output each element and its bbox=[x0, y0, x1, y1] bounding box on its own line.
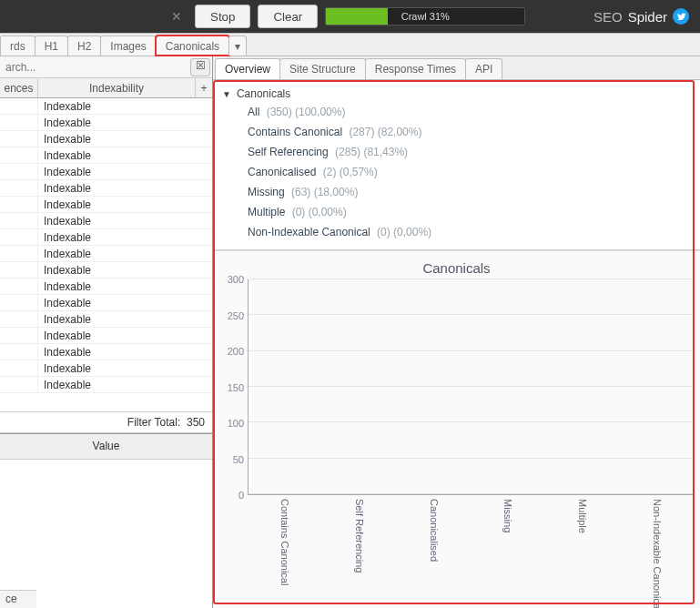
table-row[interactable]: Indexable bbox=[0, 164, 212, 180]
tab-h1[interactable]: H1 bbox=[35, 35, 68, 56]
filter-total-label: Filter Total: bbox=[127, 416, 180, 429]
right-pane: Overview Site Structure Response Times A… bbox=[213, 56, 700, 608]
overview-content: ▼ Canonicals All (350) (100,00%)Contains… bbox=[213, 80, 700, 608]
tree-item-count: (0) (0,00%) bbox=[289, 206, 346, 218]
table-row[interactable]: Indexable bbox=[0, 229, 212, 246]
cell-indexability: Indexable bbox=[38, 131, 212, 147]
col-add-icon[interactable]: + bbox=[196, 78, 212, 97]
col-header-indexability[interactable]: Indexability bbox=[38, 78, 196, 97]
tab-overview[interactable]: Overview bbox=[215, 58, 280, 79]
search-row: ☒ bbox=[0, 56, 212, 78]
y-tick: 250 bbox=[228, 310, 244, 321]
table-row[interactable]: Indexable bbox=[0, 295, 212, 311]
cell-indexability: Indexable bbox=[38, 180, 212, 196]
y-tick: 300 bbox=[228, 274, 244, 285]
search-input[interactable] bbox=[0, 59, 190, 76]
tree-item-count: (350) (100,00%) bbox=[263, 106, 345, 118]
tree-item-name: Non-Indexable Canonical bbox=[248, 226, 370, 238]
tab-overflow-dropdown[interactable]: ▾ bbox=[228, 35, 247, 56]
tab-h2[interactable]: H2 bbox=[67, 35, 101, 56]
x-label: Self Referencing bbox=[322, 497, 397, 606]
y-tick: 50 bbox=[233, 454, 244, 465]
cell-indexability: Indexable bbox=[38, 246, 212, 261]
table-row[interactable]: Indexable bbox=[0, 377, 212, 393]
app-root: ✕ Stop Clear Crawl 31% SEO Spider rds H1… bbox=[0, 0, 700, 608]
tree-item-name: Self Referencing bbox=[248, 146, 329, 158]
tab-site-structure[interactable]: Site Structure bbox=[279, 58, 366, 79]
table-row[interactable]: Indexable bbox=[0, 246, 212, 262]
chart-area: 050100150200250300 bbox=[218, 279, 695, 495]
tab-api[interactable]: API bbox=[465, 58, 502, 79]
x-label: Canonicalised bbox=[397, 497, 472, 606]
canonicals-tree: ▼ Canonicals All (350) (100,00%)Contains… bbox=[213, 80, 700, 250]
left-tabbar: rds H1 H2 Images Canonicals ▾ bbox=[0, 33, 700, 56]
value-section-header: Value bbox=[0, 434, 212, 460]
stop-button[interactable]: Stop bbox=[195, 5, 250, 28]
cell-indexability: Indexable bbox=[38, 229, 212, 245]
topbar: ✕ Stop Clear Crawl 31% SEO Spider bbox=[0, 0, 700, 33]
x-label: Non-Indexable Canonical bbox=[620, 497, 695, 606]
cell-indexability: Indexable bbox=[38, 147, 212, 163]
canonicals-chart: Canonicals 050100150200250300 Contains C… bbox=[213, 250, 700, 608]
cell-indexability: Indexable bbox=[38, 115, 212, 130]
close-slot: ✕ bbox=[5, 9, 188, 24]
bottom-tab-ce[interactable]: ce bbox=[0, 590, 36, 608]
tree-item-count: (285) (81,43%) bbox=[332, 146, 408, 158]
cell-indexability: Indexable bbox=[38, 262, 212, 278]
tree-item[interactable]: Canonicalised (2) (0,57%) bbox=[217, 162, 696, 182]
tree-header[interactable]: ▼ Canonicals bbox=[217, 86, 696, 102]
right-tabbar: Overview Site Structure Response Times A… bbox=[213, 56, 700, 80]
tree-item-name: Missing bbox=[248, 186, 285, 198]
table-row[interactable]: Indexable bbox=[0, 147, 212, 164]
chart-plot bbox=[248, 279, 695, 495]
table-row[interactable]: Indexable bbox=[0, 328, 212, 344]
clear-button[interactable]: Clear bbox=[258, 5, 318, 28]
cell-indexability: Indexable bbox=[38, 328, 212, 343]
tab-images[interactable]: Images bbox=[100, 35, 156, 56]
tab-rds[interactable]: rds bbox=[0, 35, 36, 56]
chart-bars bbox=[249, 279, 695, 494]
table-row[interactable]: Indexable bbox=[0, 311, 212, 328]
chart-title: Canonicals bbox=[218, 260, 695, 276]
search-clear-icon[interactable]: ☒ bbox=[190, 58, 210, 76]
tree-item-name: Contains Canonical bbox=[248, 126, 342, 138]
brand-text-a: SEO bbox=[593, 9, 623, 25]
cell-indexability: Indexable bbox=[38, 98, 212, 114]
cell-indexability: Indexable bbox=[38, 164, 212, 179]
collapse-icon[interactable]: ▼ bbox=[222, 89, 231, 99]
tab-canonicals[interactable]: Canonicals bbox=[156, 35, 229, 56]
tree-item-count: (2) (0,57%) bbox=[320, 166, 377, 178]
grid-body: IndexableIndexableIndexableIndexableInde… bbox=[0, 98, 212, 393]
twitter-icon[interactable] bbox=[673, 8, 689, 25]
x-label: Multiple bbox=[545, 497, 620, 606]
table-row[interactable]: Indexable bbox=[0, 262, 212, 279]
table-row[interactable]: Indexable bbox=[0, 98, 212, 115]
tree-item-count: (0) (0,00%) bbox=[374, 226, 431, 238]
table-row[interactable]: Indexable bbox=[0, 180, 212, 197]
y-tick: 200 bbox=[228, 346, 244, 357]
brand-text-b: Spider bbox=[628, 9, 667, 25]
tree-item[interactable]: Missing (63) (18,00%) bbox=[217, 182, 696, 202]
cell-indexability: Indexable bbox=[38, 360, 212, 376]
table-row[interactable]: Indexable bbox=[0, 360, 212, 377]
table-row[interactable]: Indexable bbox=[0, 197, 212, 213]
close-icon[interactable]: ✕ bbox=[171, 9, 182, 24]
table-row[interactable]: Indexable bbox=[0, 115, 212, 131]
filter-total: Filter Total: 350 bbox=[0, 411, 212, 433]
tree-item[interactable]: Self Referencing (285) (81,43%) bbox=[217, 142, 696, 162]
tree-item[interactable]: Non-Indexable Canonical (0) (0,00%) bbox=[217, 222, 696, 242]
tree-item-count: (63) (18,00%) bbox=[289, 186, 359, 198]
tree-item[interactable]: Contains Canonical (287) (82,00%) bbox=[217, 122, 696, 142]
table-row[interactable]: Indexable bbox=[0, 213, 212, 229]
tab-response-times[interactable]: Response Times bbox=[365, 58, 466, 79]
table-row[interactable]: Indexable bbox=[0, 344, 212, 360]
table-row[interactable]: Indexable bbox=[0, 279, 212, 295]
x-label: Missing bbox=[471, 497, 545, 606]
tree-item[interactable]: Multiple (0) (0,00%) bbox=[217, 202, 696, 222]
main-split: ☒ ences Indexability + IndexableIndexabl… bbox=[0, 56, 700, 608]
table-row[interactable]: Indexable bbox=[0, 131, 212, 147]
grid-header: ences Indexability + bbox=[0, 78, 212, 98]
col-header-ences[interactable]: ences bbox=[0, 78, 38, 97]
tree-item-name: Multiple bbox=[248, 206, 285, 218]
tree-item[interactable]: All (350) (100,00%) bbox=[217, 102, 696, 122]
